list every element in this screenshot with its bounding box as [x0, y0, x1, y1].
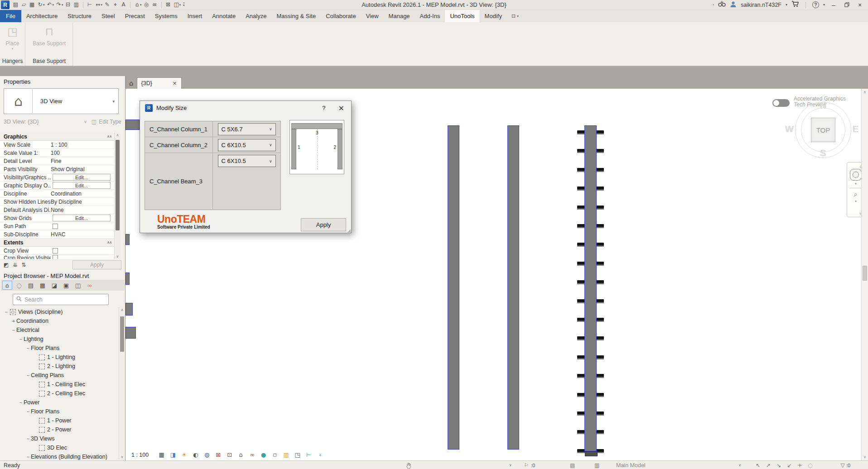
hanger-bracket[interactable] — [596, 374, 604, 378]
properties-filter-icon[interactable]: ◩ — [4, 262, 9, 268]
hanger-bracket[interactable] — [577, 355, 585, 359]
channel-beam-with-hangers[interactable] — [584, 125, 597, 451]
compass-east[interactable]: E — [853, 124, 858, 134]
editable-only-icon[interactable]: ▤ — [570, 461, 579, 469]
panel-schedules-icon[interactable]: ▦ — [38, 281, 48, 290]
hanger-bracket[interactable] — [596, 355, 604, 359]
property-row[interactable]: Detail LevelFine — [0, 157, 114, 165]
tab-steel[interactable]: Steel — [96, 10, 120, 22]
compass-west[interactable]: W — [785, 124, 794, 134]
expand-toggle-icon[interactable]: − — [25, 345, 31, 351]
hanger-bracket[interactable] — [577, 412, 585, 416]
collapse-section-icon[interactable]: ∧∧ — [107, 240, 114, 244]
channel-column[interactable] — [507, 125, 519, 450]
scroll-down-icon[interactable]: ∨ — [119, 455, 125, 459]
shadows-icon[interactable]: ◐ — [192, 451, 199, 458]
thin-lines-icon[interactable]: ≡ — [151, 0, 159, 10]
tree-item[interactable]: 1 - Ceiling Elec — [0, 380, 118, 389]
expand-toggle-icon[interactable]: + — [11, 318, 16, 324]
schedules-icon[interactable]: ▤ — [26, 281, 36, 290]
tree-item[interactable]: 1 - Power — [0, 416, 118, 425]
properties-apply-button[interactable]: Apply — [72, 260, 121, 269]
property-row[interactable]: Visibility/Graphics ...Edit... — [0, 173, 114, 182]
aligned-dimension-icon-caret[interactable]: ▾ — [101, 3, 103, 7]
customize-qat-icon[interactable]: ▾ — [183, 3, 185, 7]
expand-toggle-icon[interactable]: − — [25, 373, 31, 378]
tag-icon[interactable]: ✎ — [103, 0, 111, 10]
open-icon[interactable]: ▱ — [20, 0, 28, 10]
print-icon[interactable]: ⊟ — [64, 0, 72, 10]
size-dropdown-beam-3[interactable]: C 6X10.5 ∨ — [218, 155, 276, 167]
search-box[interactable] — [13, 294, 109, 305]
families-icon[interactable]: ▣ — [61, 281, 71, 290]
tab-systems[interactable]: Systems — [150, 10, 183, 22]
tree-item[interactable]: −Views (Discipline) — [0, 307, 118, 316]
worksharing-icon[interactable]: ▥ — [282, 451, 290, 458]
beam-end-cap[interactable] — [585, 451, 598, 456]
edit-button[interactable]: Edit... — [53, 174, 111, 181]
tab-annotate[interactable]: Annotate — [207, 10, 241, 22]
search-input[interactable] — [24, 297, 105, 303]
tab-architecture[interactable]: Architecture — [21, 10, 63, 22]
tab-analyze[interactable]: Analyze — [241, 10, 271, 22]
tab-massing-site[interactable]: Massing & Site — [271, 10, 321, 22]
tree-item[interactable]: −Ceiling Plans — [0, 371, 118, 380]
scrollbar-thumb[interactable] — [116, 140, 120, 230]
tree-item[interactable]: −Floor Plans — [0, 407, 118, 416]
switch-windows-icon-caret[interactable]: ▾ — [179, 3, 181, 7]
tree-item[interactable]: 2 - Power — [0, 425, 118, 434]
revit-logo[interactable]: R — [1, 0, 10, 9]
section-icon[interactable]: ◎ — [143, 0, 150, 10]
hanger-bracket[interactable] — [577, 168, 585, 172]
collapse-icon[interactable]: ‹ — [316, 451, 324, 458]
property-value[interactable]: By Discipline — [51, 199, 114, 205]
file-icon[interactable]: ▤ — [12, 0, 19, 10]
hanger-bracket[interactable] — [577, 243, 585, 247]
text-icon[interactable]: A — [120, 0, 127, 10]
property-row[interactable]: Crop View — [0, 247, 114, 255]
hanger-bracket[interactable] — [596, 393, 604, 397]
hanger-bracket[interactable] — [596, 336, 604, 340]
compass-south[interactable]: S — [820, 148, 826, 158]
view-scale[interactable]: 1 : 100 — [131, 452, 149, 458]
hanger-bracket[interactable] — [596, 224, 604, 228]
store-cart-icon[interactable] — [791, 1, 799, 9]
hanger-bracket[interactable] — [577, 318, 585, 322]
tab-view[interactable]: View — [361, 10, 384, 22]
tree-item[interactable]: 2 - Ceiling Elec — [0, 389, 118, 398]
hanger-bracket[interactable] — [596, 280, 604, 284]
tab-manage[interactable]: Manage — [384, 10, 415, 22]
size-dropdown-column-1[interactable]: C 5X6.7 ∨ — [218, 123, 276, 135]
tab-modify[interactable]: Modify — [480, 10, 507, 22]
expand-toggle-icon[interactable]: − — [25, 409, 31, 414]
partial-element[interactable] — [125, 273, 130, 285]
tab-insert[interactable]: Insert — [183, 10, 207, 22]
scrollbar-thumb[interactable] — [863, 266, 867, 281]
tree-item[interactable]: +Coordination — [0, 316, 118, 325]
undo-icon-caret[interactable]: ▾ — [53, 3, 54, 7]
property-value[interactable]: Coordination — [51, 191, 114, 197]
help-menu-caret-icon[interactable]: ▾ — [823, 3, 825, 7]
search-binoculars-icon[interactable] — [718, 1, 726, 9]
temporary-hide-icon[interactable]: ● — [260, 451, 267, 458]
legends-icon[interactable]: ◪ — [49, 281, 59, 290]
select-links-icon[interactable]: ↖ — [756, 462, 760, 469]
checkbox[interactable] — [53, 224, 58, 229]
property-row[interactable]: Parts VisibilityShow Original — [0, 165, 114, 173]
expand-toggle-icon[interactable]: − — [25, 436, 31, 441]
crop-region-icon[interactable]: ⊡ — [226, 451, 233, 458]
sort-descending-icon[interactable]: ⇅ — [21, 262, 26, 268]
hanger-bracket[interactable] — [596, 206, 604, 210]
properties-scrollbar[interactable]: ∧ ∨ — [114, 133, 121, 259]
tree-item[interactable]: 2 - Lighting — [0, 362, 118, 371]
hanger-bracket[interactable] — [577, 206, 585, 210]
property-value[interactable]: Fine — [51, 158, 114, 164]
hanger-bracket[interactable] — [577, 224, 585, 228]
hanger-bracket[interactable] — [577, 374, 585, 378]
view-tab-3d[interactable]: {3D} × — [137, 77, 182, 89]
canvas-scrollbar[interactable]: ∧ ∨ — [861, 89, 868, 460]
property-row[interactable]: Show Hidden LinesBy Discipline — [0, 198, 114, 206]
scroll-down-icon[interactable]: ∨ — [862, 455, 868, 459]
type-selector[interactable]: ⌂ 3D View ▾ — [4, 88, 119, 114]
restore-button[interactable] — [842, 1, 851, 9]
